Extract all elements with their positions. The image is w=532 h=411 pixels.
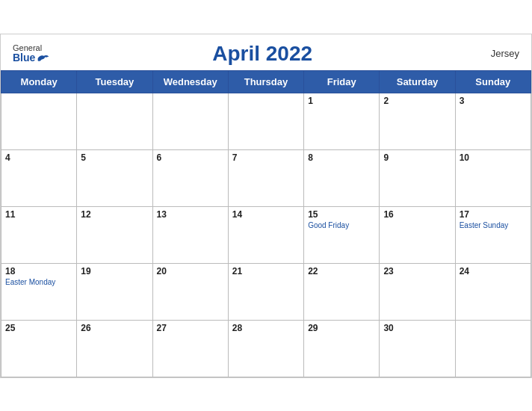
easter-sunday-label: Easter Sunday	[460, 221, 527, 229]
col-wednesday: Wednesday	[152, 70, 228, 93]
cell-w4-fri: 22	[304, 263, 380, 320]
calendar-title: April 2022	[212, 42, 312, 66]
cell-w3-mon: 11	[1, 206, 77, 263]
cell-w2-sat: 9	[380, 149, 455, 206]
calendar: General Blue April 2022 Jersey Monday Tu…	[0, 34, 532, 378]
cell-w3-sat: 16	[380, 206, 455, 263]
cell-w3-thu: 14	[228, 206, 303, 263]
col-thursday: Thursday	[228, 70, 303, 93]
col-saturday: Saturday	[380, 70, 455, 93]
good-friday-label: Good Friday	[308, 221, 375, 229]
cell-w4-thu: 21	[228, 263, 303, 320]
cell-w2-tue: 5	[77, 149, 152, 206]
cell-w5-wed: 27	[152, 320, 228, 377]
cell-w4-wed: 20	[152, 263, 228, 320]
calendar-region: Jersey	[474, 48, 519, 59]
cell-w2-wed: 6	[152, 149, 228, 206]
col-sunday: Sunday	[455, 70, 531, 93]
weekday-header-row: Monday Tuesday Wednesday Thursday Friday…	[1, 70, 531, 93]
cell-w3-wed: 13	[152, 206, 228, 263]
cell-w2-thu: 7	[228, 149, 303, 206]
cell-w1-fri: 1	[304, 93, 380, 149]
logo-bird-icon	[37, 53, 50, 64]
logo: General Blue	[13, 43, 50, 64]
cell-w1-tue	[77, 93, 152, 149]
cell-w4-sun: 24	[455, 263, 531, 320]
cell-w1-thu	[228, 93, 303, 149]
cell-w5-sun	[455, 320, 531, 377]
cell-w1-sun: 3	[455, 93, 531, 149]
cell-w3-tue: 12	[77, 206, 152, 263]
col-tuesday: Tuesday	[77, 70, 152, 93]
week-3: 11 12 13 14 15 Good Friday 16 17 Easter …	[1, 206, 531, 263]
col-monday: Monday	[1, 70, 77, 93]
cell-w3-fri: 15 Good Friday	[304, 206, 380, 263]
cell-w1-wed	[152, 93, 228, 149]
easter-monday-label: Easter Monday	[5, 278, 72, 286]
week-5: 25 26 27 28 29 30	[1, 320, 531, 377]
col-friday: Friday	[304, 70, 380, 93]
cell-w2-sun: 10	[455, 149, 531, 206]
cell-w5-tue: 26	[77, 320, 152, 377]
logo-blue-text: Blue	[13, 52, 50, 64]
cell-w5-fri: 29	[304, 320, 380, 377]
cell-w2-mon: 4	[1, 149, 77, 206]
week-2: 4 5 6 7 8 9 10	[1, 149, 531, 206]
calendar-header: General Blue April 2022 Jersey	[1, 34, 531, 70]
week-4: 18 Easter Monday 19 20 21 22 23 24	[1, 263, 531, 320]
calendar-table: Monday Tuesday Wednesday Thursday Friday…	[1, 70, 531, 377]
cell-w4-tue: 19	[77, 263, 152, 320]
cell-w5-thu: 28	[228, 320, 303, 377]
cell-w5-mon: 25	[1, 320, 77, 377]
cell-w3-sun: 17 Easter Sunday	[455, 206, 531, 263]
cell-w4-mon: 18 Easter Monday	[1, 263, 77, 320]
cell-w1-sat: 2	[380, 93, 455, 149]
cell-w5-sat: 30	[380, 320, 455, 377]
cell-w2-fri: 8	[304, 149, 380, 206]
cell-w4-sat: 23	[380, 263, 455, 320]
cell-w1-mon	[1, 93, 77, 149]
week-1: 1 2 3	[1, 93, 531, 149]
